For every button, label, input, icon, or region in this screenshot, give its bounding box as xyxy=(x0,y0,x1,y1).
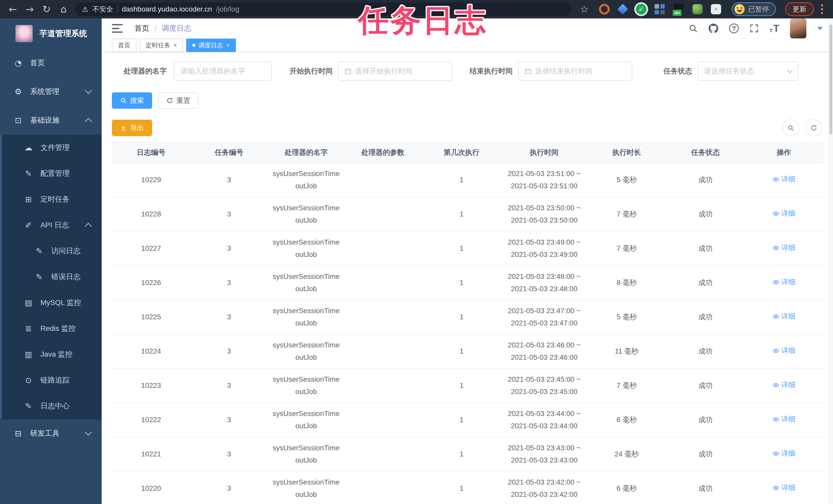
status-cell: 成功 xyxy=(667,174,744,186)
handler-name-input[interactable] xyxy=(174,62,272,81)
job-id-cell: 3 xyxy=(190,379,268,392)
blue-gem-extension-icon[interactable] xyxy=(617,4,628,15)
sidebar-item-9[interactable]: ▤MySQL 监控 xyxy=(0,289,102,316)
table-row: 102293sysUserSessionTimeoutJob12021-05-0… xyxy=(112,162,824,197)
duration-cell: 7 毫秒 xyxy=(587,379,667,392)
address-bar[interactable]: ⚠ 不安全 dashboard.yudao.iocoder.cn/job/log xyxy=(75,3,571,16)
profile-chip[interactable]: 已暂停 xyxy=(732,2,776,16)
detail-link[interactable]: 详细 xyxy=(772,173,795,185)
edit-square-icon: ✎ xyxy=(23,169,34,178)
back-arrow-icon[interactable]: ← xyxy=(6,0,20,19)
green-leaf-extension-icon[interactable] xyxy=(692,4,703,15)
font-size-icon[interactable]: тT xyxy=(769,24,779,33)
eye-icon xyxy=(772,382,779,388)
eye-icon xyxy=(772,347,779,354)
table-body: 102293sysUserSessionTimeoutJob12021-05-0… xyxy=(112,162,824,504)
detail-link[interactable]: 详细 xyxy=(772,276,795,288)
detail-link[interactable]: 详细 xyxy=(772,379,795,391)
column-header-1: 任务编号 xyxy=(190,148,268,157)
page-scrollbar[interactable] xyxy=(828,19,833,504)
tab-2[interactable]: 调度日志 xyxy=(186,39,236,52)
sidebar-item-3[interactable]: ☁文件管理 xyxy=(0,134,102,160)
sidebar-item-5[interactable]: ⊞定时任务 xyxy=(0,186,102,212)
log-id-cell: 10227 xyxy=(112,242,190,255)
breadcrumb-home[interactable]: 首页 xyxy=(135,23,149,33)
sidebar-item-6[interactable]: ✐API 日志 xyxy=(0,212,102,238)
job-id-cell: 3 xyxy=(190,482,268,495)
help-icon[interactable]: ? xyxy=(729,24,739,33)
dashboard-icon: ◔ xyxy=(12,58,24,68)
search-button[interactable]: 搜索 xyxy=(112,92,152,109)
forward-arrow-icon[interactable]: → xyxy=(23,0,37,19)
puzzle-extension-icon[interactable] xyxy=(711,4,721,15)
sidebar-item-4[interactable]: ✎配置管理 xyxy=(0,160,102,186)
log-id-cell: 10220 xyxy=(112,482,190,495)
green-check-extension-icon[interactable]: ✓ xyxy=(636,4,647,15)
access-log-icon: ✎ xyxy=(33,246,45,256)
reload-icon[interactable]: ↻ xyxy=(40,0,54,19)
sidebar-item-2[interactable]: ⊡基础设施 xyxy=(0,106,102,134)
browser-menu-kebab-icon[interactable] xyxy=(821,4,823,14)
column-header-0: 日志编号 xyxy=(112,148,190,157)
sidebar-item-label: Java 监控 xyxy=(41,350,72,359)
eye-icon xyxy=(772,416,779,423)
content: 处理器的名字 开始执行时间 选择开始执行时间 结束执行时间 选择结束执行时间 任… xyxy=(102,52,833,504)
detail-link[interactable]: 详细 xyxy=(772,482,795,494)
sidebar-item-11[interactable]: ▥Java 监控 xyxy=(0,341,102,367)
execute-time-cell: 2021-05-03 23:49:00 ~2021-05-03 23:49:00 xyxy=(502,236,587,260)
github-icon[interactable] xyxy=(709,24,718,33)
execute-time-cell: 2021-05-03 23:47:00 ~2021-05-03 23:47:00 xyxy=(502,305,587,329)
handler-name-label: 处理器的名字 xyxy=(112,66,167,76)
detail-link[interactable]: 详细 xyxy=(772,208,795,220)
sidebar-item-1[interactable]: ⚙系统管理 xyxy=(0,77,102,106)
scrollbar-thumb[interactable] xyxy=(829,25,832,134)
avatar[interactable] xyxy=(790,19,806,39)
grid-extension-icon[interactable] xyxy=(654,4,665,15)
hamburger-icon[interactable] xyxy=(112,24,123,33)
sidebar-item-0[interactable]: ◔首页 xyxy=(0,49,102,77)
job-id-cell: 3 xyxy=(190,208,268,220)
detail-link[interactable]: 详细 xyxy=(772,310,795,322)
close-icon[interactable] xyxy=(173,42,177,49)
caret-down-icon[interactable] xyxy=(817,27,823,30)
execute-count-cell: 1 xyxy=(421,242,502,255)
detail-link[interactable]: 详细 xyxy=(772,345,795,357)
sidebar-item-12[interactable]: ⊙链路追踪 xyxy=(0,367,102,393)
browser-update-button[interactable]: 更新 xyxy=(785,2,814,16)
table-toolbar: 导出 xyxy=(112,120,824,136)
detail-link[interactable]: 详细 xyxy=(772,413,795,425)
reset-button[interactable]: 重置 xyxy=(158,92,198,109)
handler-name-cell: sysUserSessionTimeoutJob xyxy=(272,442,340,466)
log-id-cell: 10223 xyxy=(112,379,190,392)
detail-link[interactable]: 详细 xyxy=(772,448,795,459)
home-icon[interactable]: ⌂ xyxy=(56,0,71,19)
eye-icon xyxy=(772,245,779,251)
search-icon xyxy=(120,97,127,104)
detail-link[interactable]: 详细 xyxy=(772,242,795,254)
fullscreen-icon[interactable] xyxy=(749,24,759,33)
trace-eye-icon: ⊙ xyxy=(23,376,34,385)
bookmark-star-icon[interactable]: ☆ xyxy=(580,4,589,15)
execute-time-cell: 2021-05-03 23:45:00 ~2021-05-03 23:45:00 xyxy=(502,373,587,398)
sidebar-item-14[interactable]: ⊟研发工具 xyxy=(0,419,102,448)
sidebar-item-7[interactable]: ✎访问日志 xyxy=(0,238,102,264)
on-badge-extension-icon[interactable]: on xyxy=(673,4,685,15)
close-icon[interactable] xyxy=(226,42,230,49)
show-search-toggle-icon[interactable] xyxy=(782,120,799,136)
orange-ring-extension-icon[interactable] xyxy=(599,4,610,15)
start-time-picker[interactable]: 选择开始执行时间 xyxy=(338,62,452,81)
sidebar-item-13[interactable]: ✎日志中心 xyxy=(0,393,102,419)
end-time-picker[interactable]: 选择结束执行时间 xyxy=(518,62,632,81)
sidebar-item-8[interactable]: ✎错误日志 xyxy=(0,264,102,289)
sidebar-item-10[interactable]: ≣Redis 监控 xyxy=(0,316,102,341)
job-status-select[interactable]: 请选择任务状态 xyxy=(698,62,798,81)
logo-row[interactable]: 芋道管理系统 xyxy=(0,19,102,49)
duration-cell: 5 毫秒 xyxy=(587,311,667,323)
handler-name-cell: sysUserSessionTimeoutJob xyxy=(272,476,340,500)
search-icon[interactable] xyxy=(689,24,698,33)
tab-1[interactable]: 定时任务 xyxy=(140,39,183,52)
calendar-icon xyxy=(344,68,352,75)
refresh-table-icon[interactable] xyxy=(805,120,822,136)
export-button[interactable]: 导出 xyxy=(112,120,152,136)
tab-0[interactable]: 首页 xyxy=(112,39,137,52)
